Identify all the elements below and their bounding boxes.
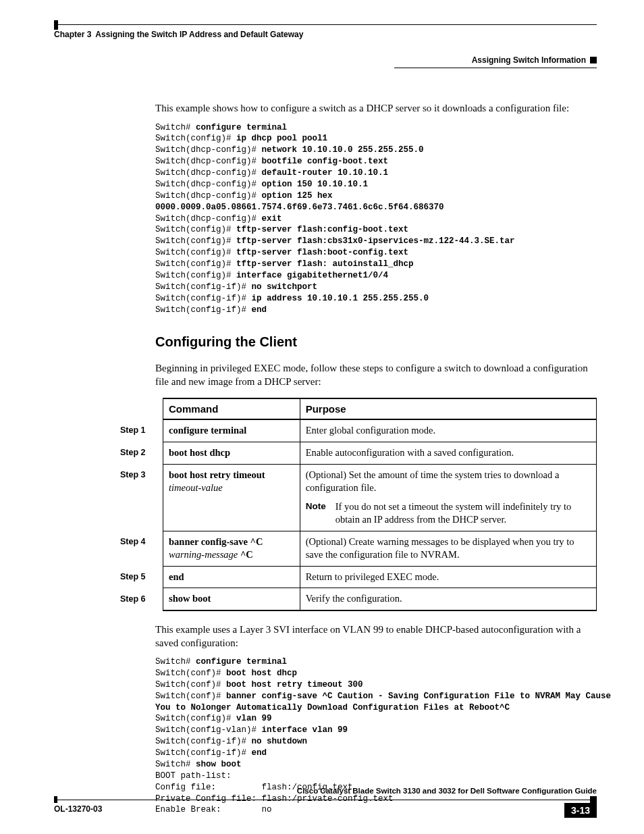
note: Note If you do not set a timeout the sys…	[306, 500, 591, 527]
header-left: Chapter 3 Assigning the Switch IP Addres…	[54, 30, 303, 39]
purpose-cell: Verify the configuration.	[300, 588, 596, 610]
command-cell: configure terminal	[163, 419, 300, 442]
col-command: Command	[163, 398, 300, 419]
purpose-cell: Return to privileged EXEC mode.	[300, 566, 596, 588]
page-footer: Cisco Catalyst Blade Switch 3130 and 303…	[54, 787, 597, 818]
step-label: Step 1	[115, 419, 163, 442]
header-bar-left	[54, 20, 58, 30]
purpose-cell: (Optional) Create warning messages to be…	[300, 531, 596, 566]
page: Chapter 3 Assigning the Switch IP Addres…	[0, 0, 644, 834]
code-block-1: Switch# configure terminal Switch(config…	[155, 122, 597, 316]
table-row: Step 4 banner config-save ^C warning-mes…	[115, 531, 597, 566]
page-number-badge: 3-13	[564, 803, 597, 818]
header-marker-icon	[590, 57, 597, 63]
footer-guide-title: Cisco Catalyst Blade Switch 3130 and 303…	[54, 787, 597, 795]
command-cell: end	[163, 566, 300, 588]
command-cell: banner config-save ^C warning-message ^C	[163, 531, 300, 566]
table-header-row: Command Purpose	[115, 398, 597, 419]
step-label: Step 2	[115, 442, 163, 464]
header-right: Assigning Switch Information	[472, 55, 597, 65]
step-label: Step 4	[115, 531, 163, 566]
footer-marker-icon	[590, 796, 597, 803]
section-breadcrumb: Assigning Switch Information	[472, 55, 586, 65]
table-row: Step 2 boot host dhcp Enable autoconfigu…	[115, 442, 597, 464]
step-label: Step 6	[115, 588, 163, 610]
content-area: This example shows how to configure a sw…	[54, 102, 597, 816]
steps-table: Command Purpose Step 1 configure termina…	[115, 398, 597, 611]
header-rule	[54, 20, 597, 30]
command-cell: boot host dhcp	[163, 442, 300, 464]
chapter-label: Chapter 3	[54, 30, 91, 39]
purpose-cell: Enter global configuration mode.	[300, 419, 596, 442]
note-label: Note	[306, 500, 326, 527]
section-heading: Configuring the Client	[155, 334, 597, 350]
col-purpose: Purpose	[300, 398, 596, 419]
table-row: Step 5 end Return to privileged EXEC mod…	[115, 566, 597, 588]
table-row: Step 6 show boot Verify the configuratio…	[115, 588, 597, 610]
command-cell: show boot	[163, 588, 300, 610]
intro-paragraph-3: This example uses a Layer 3 SVI interfac…	[155, 623, 597, 650]
note-text: If you do not set a timeout the system w…	[336, 500, 591, 527]
table-row: Step 3 boot host retry timeout timeout-v…	[115, 464, 597, 531]
intro-paragraph-1: This example shows how to configure a sw…	[155, 102, 597, 115]
purpose-cell: (Optional) Set the amount of time the sy…	[300, 464, 596, 531]
page-header: Chapter 3 Assigning the Switch IP Addres…	[54, 30, 597, 39]
step-label: Step 5	[115, 566, 163, 588]
footer-doc-id: OL-13270-03	[54, 803, 564, 818]
command-cell: boot host retry timeout timeout-value	[163, 464, 300, 531]
intro-paragraph-2: Beginning in privileged EXEC mode, follo…	[155, 362, 597, 388]
step-label: Step 3	[115, 464, 163, 531]
purpose-cell: Enable autoconfiguration with a saved co…	[300, 442, 596, 464]
table-row: Step 1 configure terminal Enter global c…	[115, 419, 597, 442]
chapter-title: Assigning the Switch IP Address and Defa…	[95, 30, 303, 39]
